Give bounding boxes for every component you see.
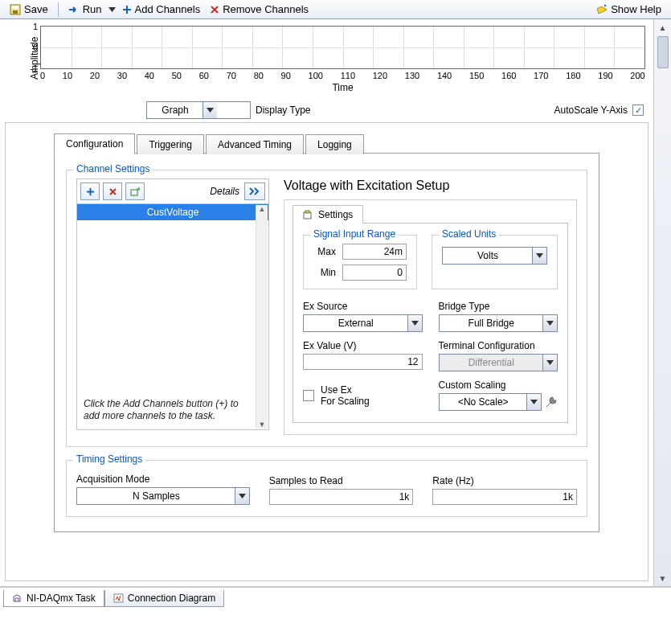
scaled-units-legend: Scaled Units [439, 228, 499, 240]
svg-rect-2 [13, 10, 18, 14]
min-label: Min [313, 267, 336, 278]
delete-channel-button[interactable] [103, 183, 122, 200]
settings-subtab-label: Settings [318, 209, 353, 220]
toolbar-separator [58, 2, 59, 17]
custom-scaling-combo[interactable]: <No Scale> [439, 393, 542, 411]
arrow-right-icon [68, 5, 80, 14]
use-ex-scaling-label-1: Use Ex [321, 384, 370, 396]
min-input[interactable] [342, 265, 407, 281]
settings-icon [303, 210, 313, 219]
max-input[interactable] [342, 244, 407, 260]
tab-advanced-timing[interactable]: Advanced Timing [206, 134, 304, 154]
chevron-down-icon [203, 102, 217, 118]
display-type-value: Graph [147, 105, 203, 116]
run-dropdown[interactable] [107, 4, 117, 14]
main-tabs: Configuration Triggering Advanced Timing… [54, 133, 599, 154]
bridge-type-label: Bridge Type [439, 301, 558, 312]
channel-settings-legend: Channel Settings [73, 163, 153, 174]
setup-title: Voltage with Excitation Setup [284, 178, 577, 193]
run-label: Run [83, 3, 102, 15]
chart-plot-area: 1 0 -1 [40, 26, 645, 69]
ex-value-label: Ex Value (V) [303, 340, 423, 351]
chevron-double-right-icon [249, 187, 260, 195]
scroll-up-icon[interactable]: ▲ [657, 22, 669, 33]
rate-input[interactable] [432, 489, 577, 505]
channel-list[interactable]: CustVoltage ▲ ▼ Click the Add Channels b… [76, 203, 269, 430]
svg-rect-1 [12, 6, 18, 9]
display-type-combo[interactable]: Graph [146, 101, 251, 119]
ex-value-input[interactable] [303, 354, 423, 370]
scaled-units-value: Volts [443, 250, 533, 261]
export-channel-button[interactable] [125, 183, 145, 200]
autoscale-label: AutoScale Y-Axis [554, 105, 628, 116]
ytick: -1 [27, 64, 38, 73]
chart-y-ticks: 1 0 -1 [27, 22, 38, 73]
bridge-type-combo[interactable]: Full Bridge [439, 314, 558, 332]
ex-source-label: Ex Source [303, 301, 423, 312]
plus-icon [86, 187, 95, 196]
chevron-down-icon [526, 394, 541, 410]
use-ex-scaling-label-2: For Scaling [321, 396, 370, 407]
chart-x-ticks: 0102030405060708090100110120130140150160… [40, 69, 645, 80]
svg-point-3 [604, 4, 606, 6]
scaled-units-combo[interactable]: Volts [442, 247, 547, 265]
details-expand-button[interactable] [244, 183, 265, 200]
autoscale-checkbox[interactable]: ✓ [632, 105, 644, 116]
channel-list-item-selected[interactable]: CustVoltage [77, 204, 268, 220]
channel-settings-group: Channel Settings [66, 170, 587, 447]
x-icon [210, 5, 219, 14]
ex-source-combo[interactable]: External [303, 314, 423, 332]
remove-channels-button[interactable]: Remove Channels [205, 2, 313, 17]
plus-icon [122, 5, 132, 14]
terminal-config-label: Terminal Configuration [439, 340, 558, 351]
timing-legend: Timing Settings [73, 453, 145, 465]
tab-logging[interactable]: Logging [305, 134, 364, 154]
add-channels-button[interactable]: Add Channels [117, 2, 206, 17]
svg-rect-7 [114, 594, 123, 602]
samples-label: Samples to Read [269, 475, 414, 486]
scroll-down-icon[interactable]: ▼ [259, 420, 266, 429]
bottom-tab-task-label: NI-DAQmx Task [27, 593, 96, 604]
vertical-scrollbar[interactable]: ▲ ▼ [653, 19, 671, 586]
save-label: Save [24, 3, 48, 15]
run-button[interactable]: Run [63, 2, 107, 17]
chevron-down-icon [542, 315, 557, 331]
show-help-button[interactable]: Show Help [591, 2, 666, 17]
ytick: 1 [27, 22, 38, 31]
task-icon [12, 593, 23, 603]
bottom-tab-diagram[interactable]: Connection Diagram [104, 590, 224, 607]
add-channels-label: Add Channels [135, 3, 201, 15]
x-icon [108, 187, 117, 196]
scroll-up-icon[interactable]: ▲ [259, 205, 266, 213]
channel-list-toolbar: Details [76, 178, 269, 203]
svg-rect-4 [131, 190, 137, 195]
samples-input[interactable] [269, 489, 414, 505]
graph-panel: Amplitude 1 0 -1 01020304050607080901001… [0, 19, 671, 587]
acq-mode-label: Acquisition Mode [76, 474, 250, 485]
max-label: Max [313, 246, 336, 257]
chevron-down-icon [532, 248, 546, 264]
timing-settings-group: Timing Settings Acquisition Mode N Sampl… [66, 460, 587, 517]
svg-rect-6 [305, 211, 309, 213]
export-icon [130, 187, 141, 196]
channel-list-scrollbar[interactable]: ▲ ▼ [256, 205, 268, 429]
scroll-down-icon[interactable]: ▼ [657, 572, 669, 584]
tab-configuration[interactable]: Configuration [54, 133, 135, 154]
help-icon [596, 4, 608, 15]
bottom-tab-diagram-label: Connection Diagram [128, 593, 215, 604]
bottom-tab-task[interactable]: NI-DAQmx Task [3, 590, 104, 607]
custom-scaling-label: Custom Scaling [439, 379, 558, 391]
terminal-config-combo[interactable]: Differential [439, 354, 558, 371]
wrench-icon[interactable] [545, 396, 558, 408]
use-ex-scaling-checkbox[interactable] [303, 390, 314, 401]
add-channel-button[interactable] [80, 183, 100, 200]
chart-x-label: Time [40, 80, 645, 93]
main-toolbar: Save Run Add Channels Remove Channels Sh… [0, 0, 671, 19]
channel-hint: Click the Add Channels button (+) to add… [84, 398, 251, 423]
scroll-thumb[interactable] [657, 36, 669, 68]
save-button[interactable]: Save [5, 2, 53, 17]
acq-mode-combo[interactable]: N Samples [76, 487, 250, 505]
settings-subtab[interactable]: Settings [293, 205, 363, 224]
diagram-icon [113, 593, 124, 603]
tab-triggering[interactable]: Triggering [137, 134, 204, 154]
